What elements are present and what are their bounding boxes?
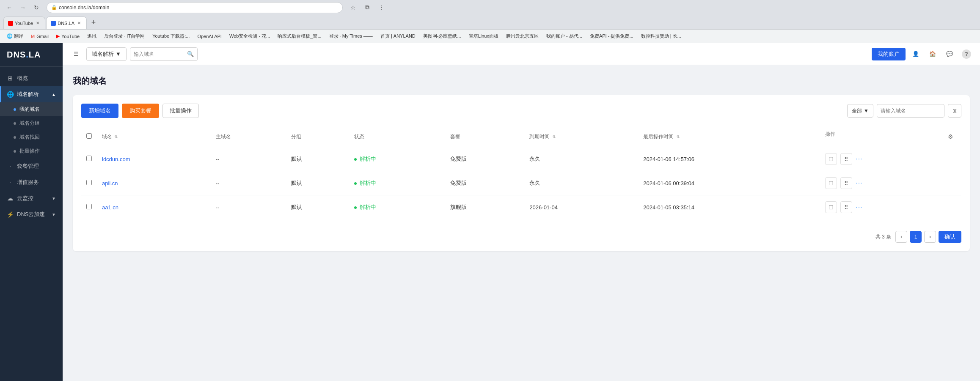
header-status: 状态 — [349, 126, 446, 147]
last-op-sort-icon[interactable]: ⇅ — [676, 134, 680, 139]
bookmark-websec[interactable]: Web安全检测 - 花... — [226, 31, 273, 41]
bookmark-xunxun[interactable]: 迅讯 — [84, 31, 100, 41]
row-checkbox-2[interactable] — [86, 204, 92, 209]
filter-all-dropdown[interactable]: 全部 ▼ — [847, 104, 873, 118]
extensions-button[interactable]: ⧉ — [361, 2, 373, 14]
address-bar[interactable]: 🔒 console.dns.la/domain — [47, 2, 343, 13]
status-text-0: 解析中 — [360, 156, 376, 162]
advanced-filter-button[interactable]: ⧖ — [948, 104, 961, 118]
sidebar-item-value-added[interactable]: · 增值服务 — [0, 174, 63, 190]
row-checkbox-0[interactable] — [86, 156, 92, 161]
tab-dns[interactable]: DNS.LA ✕ — [46, 16, 87, 29]
sidebar-item-my-domain[interactable]: 我的域名 — [0, 102, 63, 116]
row-more-button-0[interactable]: ··· — [856, 155, 862, 163]
row-checkbox-1[interactable] — [86, 180, 92, 185]
action-bar-right: 全部 ▼ ⧖ — [847, 104, 961, 118]
mytimes-label: 登录 · My Times —— — [329, 33, 373, 39]
bookmark-freeapi[interactable]: 免费API - 提供免费... — [586, 31, 637, 41]
forward-button[interactable]: → — [17, 2, 29, 14]
anyland-label: 首页 | ANYLAND — [380, 33, 416, 39]
filter-dropdown-arrow: ▼ — [864, 108, 869, 114]
batch-op-button[interactable]: 批量操作 — [162, 104, 199, 118]
bookmark-mytimes[interactable]: 登录 · My Times —— — [326, 31, 376, 41]
row-edit-button-2[interactable]: ☐ — [825, 201, 837, 213]
batch-op-dot — [14, 150, 16, 153]
dns-accel-icon: ⚡ — [7, 211, 14, 218]
pagination-total: 共 3 条 — [875, 233, 891, 241]
sidebar-item-overview[interactable]: ⊞ 概览 — [0, 70, 63, 86]
header-search-input[interactable] — [134, 51, 187, 57]
row-primary-domain-0: -- — [211, 147, 286, 171]
sidebar-item-package-label: 套餐管理 — [17, 162, 39, 170]
sidebar-item-dns-accelerate[interactable]: ⚡ DNS云加速 ▼ — [0, 206, 63, 222]
sidebar-item-cloud-monitor[interactable]: ☁ 云监控 ▼ — [0, 190, 63, 206]
buy-package-button[interactable]: 购买套餐 — [122, 104, 159, 118]
sidebar-item-domain-resolve[interactable]: 🌐 域名解析 ▲ — [0, 86, 63, 102]
home-button[interactable]: 🏠 — [926, 47, 939, 61]
sidebar-item-batch-op[interactable]: 批量操作 — [0, 144, 63, 158]
bookmark-tencent[interactable]: 腾讯云北京五区 — [503, 31, 542, 41]
sidebar-item-package-mgmt[interactable]: · 套餐管理 — [0, 158, 63, 174]
row-edit-button-1[interactable]: ☐ — [825, 177, 837, 189]
help-button[interactable]: ? — [960, 47, 973, 61]
header-search-icon[interactable]: 🔍 — [187, 51, 194, 57]
bookmark-yidai[interactable]: 我的账户 - 易代... — [543, 31, 586, 41]
row-more-button-1[interactable]: ··· — [856, 179, 862, 187]
bookmark-itzixue[interactable]: 后台登录 · IT自学网 — [101, 31, 148, 41]
logo-text: DNS.LA — [7, 50, 56, 60]
freeapi-label: 免费API - 提供免费... — [590, 33, 633, 39]
row-apps-button-0[interactable]: ⠿ — [840, 153, 852, 165]
domain-search-box[interactable] — [877, 104, 944, 118]
user-profile-button[interactable]: 👤 — [909, 47, 922, 61]
message-button[interactable]: 💬 — [943, 47, 956, 61]
bookmark-shukong[interactable]: 数控科技赞助 | 长... — [638, 31, 685, 41]
page-1-button[interactable]: 1 — [910, 231, 922, 243]
back-button[interactable]: ← — [3, 2, 15, 14]
row-edit-button-0[interactable]: ☐ — [825, 153, 837, 165]
next-page-button[interactable]: › — [924, 231, 936, 243]
row-expiry-0: 永久 — [524, 147, 638, 171]
browser-menu-button[interactable]: ⋮ — [376, 2, 388, 14]
header-group-label: 分组 — [291, 134, 301, 140]
header-search-box[interactable]: 🔍 — [130, 47, 198, 61]
prev-page-button[interactable]: ‹ — [895, 231, 907, 243]
bookmark-gmail[interactable]: M Gmail — [28, 32, 52, 41]
apps-icon-1: ⠿ — [844, 180, 848, 186]
bookmark-youtube[interactable]: ▶ YouTube — [53, 32, 83, 41]
bookmark-translate[interactable]: 🌐 翻译 — [3, 31, 27, 41]
header-actions-label: 操作 — [825, 131, 835, 137]
table-body: idcdun.com -- 默认 解析中 免费版 永久 2024-01-06 1… — [81, 147, 961, 219]
select-all-checkbox[interactable] — [86, 133, 92, 139]
expiry-sort-icon[interactable]: ⇅ — [552, 134, 556, 139]
sidebar-item-domain-group[interactable]: 域名分组 — [0, 116, 63, 130]
my-account-button[interactable]: 我的账户 — [872, 48, 906, 60]
bookmark-ytdl[interactable]: Youtube 下载器:... — [149, 31, 193, 41]
row-package-1: 免费版 — [445, 171, 524, 195]
bookmark-anyland[interactable]: 首页 | ANYLAND — [377, 31, 419, 41]
bookmark-openai[interactable]: OpenAI API — [194, 32, 225, 41]
add-domain-button[interactable]: 新增域名 — [81, 104, 118, 118]
bookmark-baota[interactable]: 宝塔Linux面板 — [465, 31, 502, 41]
new-tab-button[interactable]: + — [88, 16, 99, 28]
row-primary-domain-1: -- — [211, 171, 286, 195]
sidebar-item-domain-find[interactable]: 域名找回 — [0, 130, 63, 144]
bookmark-responsive[interactable]: 响应式后台模板_警... — [274, 31, 325, 41]
sidebar-toggle-button[interactable]: ☰ — [69, 47, 83, 61]
table-settings-button[interactable]: ⚙ — [944, 131, 956, 143]
row-action-icons-0: ☐ ⠿ ··· — [825, 153, 956, 165]
tab-youtube[interactable]: YouTube ✕ — [3, 16, 45, 29]
tab-dns-close[interactable]: ✕ — [76, 20, 82, 26]
tab-youtube-close[interactable]: ✕ — [35, 20, 41, 26]
row-apps-button-1[interactable]: ⠿ — [840, 177, 852, 189]
pagination-confirm-button[interactable]: 确认 — [939, 231, 961, 243]
row-more-button-2[interactable]: ··· — [856, 203, 862, 211]
domain-parse-dropdown[interactable]: 域名解析 ▼ — [86, 47, 127, 61]
reload-button[interactable]: ↻ — [30, 2, 42, 14]
bookmark-star-button[interactable]: ☆ — [347, 2, 359, 14]
bookmark-meituwang[interactable]: 美图网-必应壁纸... — [420, 31, 465, 41]
domain-sort-icon[interactable]: ⇅ — [114, 134, 118, 139]
domain-search-input[interactable] — [881, 108, 941, 114]
home-icon: 🏠 — [929, 51, 936, 57]
header-checkbox-cell — [81, 126, 97, 147]
row-apps-button-2[interactable]: ⠿ — [840, 201, 852, 213]
